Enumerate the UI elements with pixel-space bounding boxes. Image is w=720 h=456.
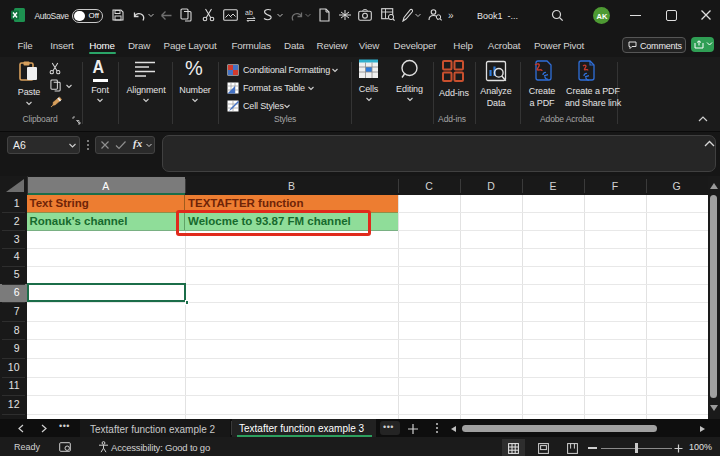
svg-text:ab: ab bbox=[245, 9, 253, 16]
